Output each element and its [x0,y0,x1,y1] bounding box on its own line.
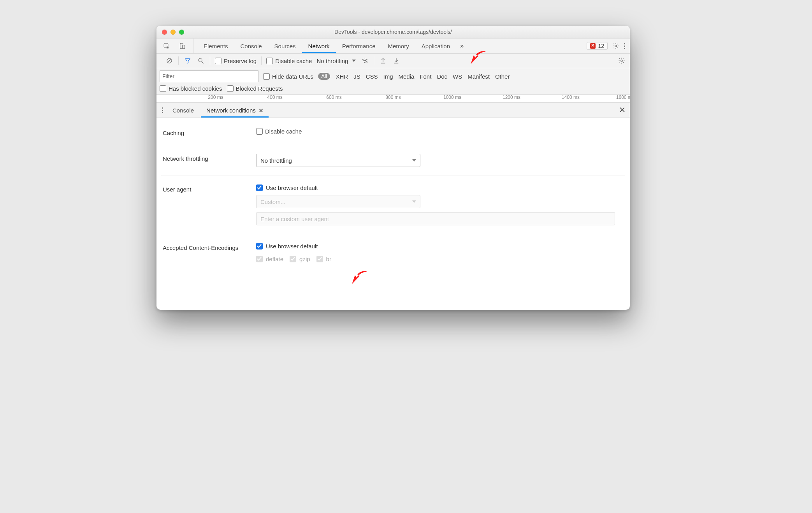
caching-section: Caching Disable cache [161,119,625,145]
import-har-icon[interactable] [379,56,387,65]
checkbox-checked-icon [256,184,263,191]
window-zoom-button[interactable] [179,30,184,35]
search-icon[interactable] [197,56,205,65]
filter-type-doc[interactable]: Doc [437,73,447,80]
close-drawer-button[interactable] [619,107,625,114]
tabs-overflow-button[interactable]: » [456,39,468,53]
throttling-panel-select[interactable]: No throttling [256,154,420,167]
inspect-element-icon[interactable] [159,42,174,50]
filter-type-img[interactable]: Img [383,73,393,80]
checkbox-checked-icon [256,243,263,249]
tab-application[interactable]: Application [415,39,456,53]
tab-performance[interactable]: Performance [336,39,382,53]
select-value: Custom... [260,199,285,205]
close-icon [619,107,625,112]
tab-label: Performance [342,43,376,49]
tab-label: Elements [204,43,228,49]
tab-label: Memory [388,43,409,49]
checkbox-label: Disable cache [275,58,312,64]
preserve-log-checkbox[interactable]: Preserve log [215,58,257,64]
section-label: Accepted Content-Encodings [163,243,248,251]
tab-label: Application [422,43,450,49]
filter-type-xhr[interactable]: XHR [336,73,348,80]
tab-label: Network [308,43,330,49]
close-tab-icon[interactable] [259,108,263,112]
checkbox-label: Use browser default [266,243,318,249]
checkbox-icon [266,58,273,64]
drawer-more-menu-icon[interactable] [162,107,163,113]
checkbox-label: Has blocked cookies [169,85,222,92]
svg-point-6 [199,58,202,62]
throttling-select[interactable]: No throttling [316,58,356,64]
export-har-icon[interactable] [392,56,401,65]
drawer-tabstrip: Console Network conditions [156,103,630,118]
ruler-tick: 600 ms [326,95,341,100]
section-label: Caching [163,128,248,136]
filter-type-media[interactable]: Media [399,73,415,80]
filter-type-other[interactable]: Other [495,73,510,80]
filter-icon[interactable] [183,56,192,65]
checkbox-icon [160,85,166,92]
enc-gzip-checkbox: gzip [290,256,310,262]
checkbox-label: Disable cache [265,128,302,135]
tab-network[interactable]: Network [302,39,336,53]
has-blocked-cookies-checkbox[interactable]: Has blocked cookies [160,85,222,92]
filter-type-font[interactable]: Font [420,73,431,80]
svg-point-9 [366,61,367,63]
checkbox-disabled-icon [256,256,263,262]
disable-cache-checkbox[interactable]: Disable cache [266,58,312,64]
more-menu-icon[interactable] [624,43,625,49]
filter-type-js[interactable]: JS [353,73,360,80]
section-label: Network throttling [163,154,248,162]
filter-type-ws[interactable]: WS [453,73,462,80]
ruler-tick: 1400 ms [562,95,580,100]
window-titlebar: DevTools - developer.chrome.com/tags/dev… [156,26,630,39]
enc-deflate-checkbox: deflate [256,256,283,262]
section-label: User agent [163,184,248,193]
select-value: No throttling [316,58,348,64]
checkbox-disabled-icon [290,256,296,262]
window-close-button[interactable] [162,30,167,35]
checkbox-label: gzip [299,256,310,262]
blocked-requests-checkbox[interactable]: Blocked Requests [227,85,283,92]
timeline-ruler[interactable]: 200 ms 400 ms 600 ms 800 ms 1000 ms 1200… [156,95,630,103]
disable-cache-panel-checkbox[interactable]: Disable cache [256,128,624,135]
svg-rect-2 [183,45,185,49]
network-settings-gear-icon[interactable] [617,56,626,65]
enc-br-checkbox: br [316,256,331,262]
filter-input[interactable] [160,70,258,82]
chevron-down-icon [412,159,416,162]
drawer-tab-network-conditions[interactable]: Network conditions [201,103,269,118]
network-conditions-icon[interactable] [360,56,369,65]
error-count-badge[interactable]: 12 [587,42,608,50]
window-minimize-button[interactable] [170,30,176,35]
enc-use-browser-default-checkbox[interactable]: Use browser default [256,243,624,249]
svg-point-10 [621,60,623,62]
checkbox-label: br [326,256,331,262]
window-title: DevTools - developer.chrome.com/tags/dev… [156,29,630,35]
content-encodings-section: Accepted Content-Encodings Use browser d… [161,234,625,271]
ruler-tick: 1600 ms [616,95,630,100]
tab-memory[interactable]: Memory [382,39,415,53]
checkbox-label: Hide data URLs [272,73,313,80]
checkbox-label: Blocked Requests [236,85,283,92]
tab-console[interactable]: Console [234,39,268,53]
filter-type-css[interactable]: CSS [366,73,378,80]
hide-data-urls-checkbox[interactable]: Hide data URLs [263,73,313,80]
settings-gear-icon[interactable] [612,42,620,50]
tab-label: Network conditions [206,107,256,114]
ua-custom-input: Enter a custom user agent [256,212,615,225]
clear-button[interactable] [165,56,174,65]
ruler-tick: 400 ms [267,95,282,100]
tab-sources[interactable]: Sources [268,39,302,53]
filter-type-all[interactable]: All [318,73,330,80]
ua-use-browser-default-checkbox[interactable]: Use browser default [256,184,624,191]
checkbox-label: Use browser default [266,184,318,191]
drawer-tab-console[interactable]: Console [167,103,199,118]
checkbox-disabled-icon [316,256,323,262]
ruler-tick: 1000 ms [443,95,461,100]
tab-elements[interactable]: Elements [197,39,234,53]
error-icon [590,43,596,49]
device-toolbar-icon[interactable] [174,42,190,50]
filter-type-manifest[interactable]: Manifest [468,73,490,80]
